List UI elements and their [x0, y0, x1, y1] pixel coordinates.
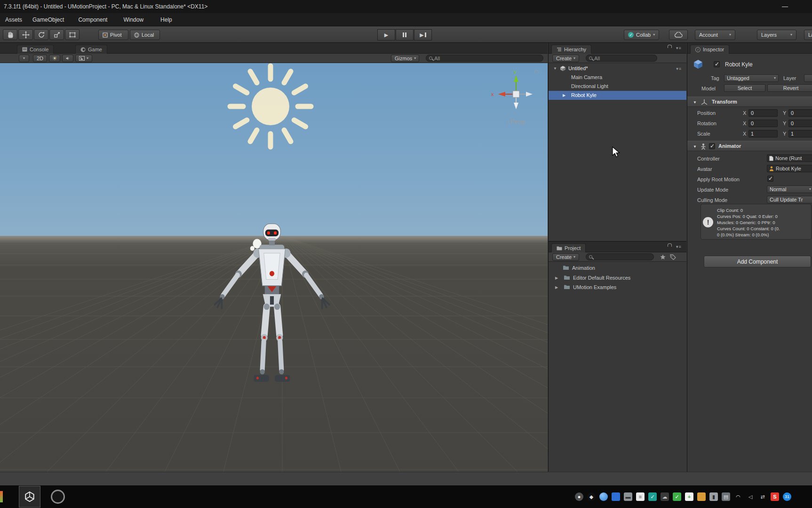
project-search-input[interactable] [586, 253, 654, 260]
rect-tool-button[interactable] [65, 29, 80, 40]
tray-volume-icon[interactable]: ◁ [746, 492, 755, 501]
scene-lighting-button[interactable]: ☀ [49, 55, 60, 62]
scene-audio-button[interactable] [62, 55, 73, 62]
update-mode-dropdown[interactable]: Normal ▾ [767, 185, 812, 193]
2d-toggle-button[interactable]: 2D [33, 55, 47, 62]
axis-z-arrow[interactable] [526, 92, 533, 97]
project-folder-editor-default-resources[interactable]: ▶ Editor Default Resources [549, 273, 686, 282]
pane-menu-icon[interactable]: ▾≡ [676, 244, 682, 249]
hierarchy-item-main-camera[interactable]: Main Camera [549, 73, 686, 82]
layout-dropdown-button[interactable]: Layout [804, 30, 812, 40]
scale-x-field[interactable]: 1 [748, 130, 778, 137]
directional-light-gizmo[interactable] [223, 63, 318, 153]
tray-wifi-icon[interactable]: ◠ [734, 492, 742, 501]
animator-component-header[interactable]: ▼ Animator [687, 141, 812, 151]
robot-kyle-model[interactable] [210, 223, 334, 396]
tab-game[interactable]: Game [75, 45, 107, 54]
menu-component[interactable]: Component [73, 13, 112, 26]
scene-search-input[interactable]: All [426, 55, 543, 62]
gameobject-cube-icon[interactable] [693, 59, 703, 70]
gizmos-dropdown[interactable]: Gizmos ▾ [391, 55, 419, 62]
animator-enabled-checkbox[interactable] [709, 143, 715, 149]
tab-project[interactable]: Project [551, 243, 586, 252]
pivot-toggle-button[interactable]: Pivot [98, 30, 128, 40]
local-toggle-button[interactable]: Local [130, 30, 160, 40]
axis-x-arrow[interactable] [498, 92, 505, 97]
tray-user-icon[interactable]: ● [575, 492, 583, 501]
model-select-button[interactable]: Select [724, 84, 765, 92]
draw-mode-dropdown[interactable]: ▾ [19, 55, 29, 62]
tab-console[interactable]: Console [17, 45, 54, 54]
layer-dropdown[interactable] [804, 74, 812, 82]
position-x-field[interactable]: 0 [748, 109, 778, 117]
tray-ethernet-icon[interactable]: ▤ [722, 492, 730, 501]
model-revert-button[interactable]: Revert [767, 84, 812, 92]
project-folder-animation[interactable]: Animation [549, 263, 686, 273]
persp-toggle[interactable]: ‹ Persp [486, 119, 547, 125]
menu-gameobject[interactable]: GameObject [27, 13, 69, 26]
tray-gallery-folder-icon[interactable] [697, 492, 706, 501]
transform-component-header[interactable]: ▼ Transform [687, 97, 812, 107]
tag-dropdown[interactable]: Untagged ▾ [724, 74, 779, 82]
collab-dropdown-button[interactable]: ✓ Collab ▾ [624, 30, 659, 40]
hierarchy-create-button[interactable]: Create ▾ [552, 55, 579, 62]
foldout-closed-icon[interactable]: ▶ [555, 276, 558, 280]
tab-inspector[interactable]: i Inspector [690, 45, 729, 54]
project-create-button[interactable]: Create ▾ [552, 253, 579, 261]
hierarchy-item-robot-kyle[interactable]: ▶ Robot Kyle [549, 91, 686, 100]
move-tool-button[interactable] [18, 29, 33, 40]
hierarchy-item-directional-light[interactable]: Directional Light [549, 82, 686, 91]
scale-tool-button[interactable] [49, 29, 64, 40]
rotate-tool-button[interactable] [34, 29, 48, 40]
add-component-button[interactable]: Add Component [704, 256, 811, 267]
tray-battery-icon[interactable]: ▮ [709, 492, 718, 501]
tray-notes-icon[interactable]: ≡ [636, 492, 645, 501]
minimize-icon[interactable]: — [782, 3, 788, 10]
rotation-x-field[interactable]: 0 [748, 120, 778, 127]
project-folder-umotion-examples[interactable]: ▶ UMotion Examples [549, 282, 686, 292]
axis-center-cube[interactable] [513, 91, 519, 97]
tray-notifier-icon[interactable]: ◆ [587, 492, 596, 501]
axis-y-arrow[interactable] [514, 75, 518, 82]
rotation-y-field[interactable]: 0 [788, 120, 812, 127]
scene-effects-dropdown[interactable]: ▾ [75, 55, 92, 62]
scene-orientation-gizmo[interactable]: y x [486, 68, 547, 115]
apply-root-motion-checkbox[interactable] [767, 176, 773, 182]
tray-browser-icon[interactable] [599, 492, 608, 501]
tray-display-icon[interactable]: ▬ [624, 492, 632, 501]
scale-y-field[interactable]: 1 [788, 130, 812, 137]
foldout-open-icon[interactable]: ▼ [553, 66, 557, 71]
tray-antivirus-icon[interactable]: ✓ [673, 492, 681, 501]
foldout-closed-icon[interactable]: ▶ [555, 285, 558, 290]
avatar-object-field[interactable]: Robot Kyle [767, 165, 812, 172]
search-by-type-icon[interactable] [660, 254, 666, 260]
search-by-label-icon[interactable] [670, 254, 676, 260]
taskbar-left-partial-icon[interactable] [0, 491, 3, 502]
scene-row-menu-icon[interactable]: ▾≡ [676, 66, 682, 71]
cloud-button[interactable] [669, 30, 688, 40]
step-button[interactable]: ▶ [414, 29, 432, 40]
hand-tool-button[interactable] [3, 29, 17, 40]
layers-dropdown-button[interactable]: Layers ▾ [757, 30, 796, 40]
hierarchy-search-input[interactable]: All [586, 55, 657, 62]
scene-viewport[interactable]: y x ‹ Persp [0, 63, 548, 472]
tray-updater-icon[interactable]: + [685, 492, 693, 501]
play-button[interactable]: ▶ [377, 29, 395, 40]
hierarchy-scene-row[interactable]: ▼ Untitled* ▾≡ [549, 64, 686, 73]
tray-app-window-icon[interactable] [612, 492, 620, 501]
menu-assets[interactable]: Assets [0, 13, 27, 26]
tray-cloud-icon[interactable]: ☁ [661, 492, 669, 501]
controller-object-field[interactable]: None (Runt [767, 154, 812, 162]
tab-hierarchy[interactable]: Hierarchy [551, 45, 591, 54]
active-checkbox[interactable] [714, 61, 720, 67]
culling-mode-dropdown[interactable]: Cull Update Tr [767, 196, 812, 203]
taskbar-app-button[interactable] [51, 490, 65, 504]
foldout-open-icon[interactable]: ▼ [693, 145, 697, 149]
pane-menu-icon[interactable]: ▾≡ [676, 46, 682, 50]
taskbar-unity-button[interactable] [19, 486, 40, 508]
menu-help[interactable]: Help [155, 13, 177, 26]
tray-security-shield-icon[interactable]: ✓ [648, 492, 657, 501]
tray-layout-switch-icon[interactable]: ⇄ [758, 492, 767, 501]
menu-window[interactable]: Window [118, 13, 149, 26]
tray-sogou-input-icon[interactable]: S [771, 492, 779, 501]
